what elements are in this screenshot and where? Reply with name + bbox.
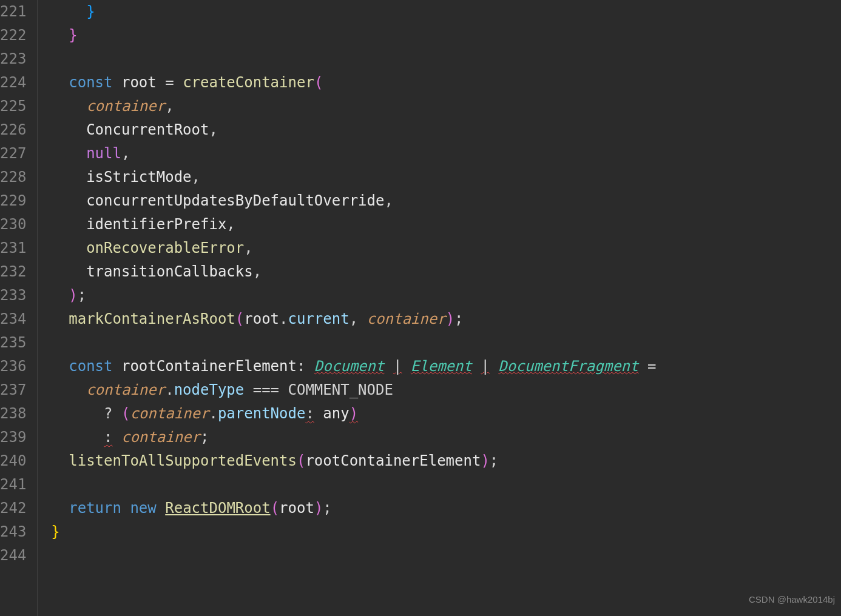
paren: ) — [69, 287, 77, 304]
variable: rootContainerElement — [121, 358, 297, 375]
pipe: | — [393, 358, 402, 375]
code-line[interactable] — [51, 47, 841, 71]
line-number: 221 — [0, 0, 26, 24]
comma: , — [253, 263, 262, 280]
watermark-text: CSDN @hawk2014bj — [749, 588, 835, 611]
code-line[interactable] — [51, 473, 841, 497]
code-line[interactable]: } — [51, 24, 841, 47]
code-line[interactable]: isStrictMode, — [51, 166, 841, 189]
keyword-return: return — [69, 500, 121, 517]
operator: = — [647, 358, 656, 375]
code-line[interactable]: } — [51, 520, 841, 544]
function-call: listenToAllSupportedEvents — [69, 452, 297, 469]
variable: root — [279, 500, 314, 517]
line-number: 222 — [0, 24, 26, 47]
line-number: 226 — [0, 118, 26, 142]
variable: ConcurrentRoot — [86, 121, 209, 138]
code-line[interactable]: null, — [51, 142, 841, 166]
code-line[interactable]: ? (container.parentNode: any) — [51, 402, 841, 426]
keyword-const: const — [69, 358, 112, 375]
parameter: container — [130, 405, 209, 422]
code-line[interactable]: const root = createContainer( — [51, 71, 841, 95]
property: parentNode — [218, 405, 306, 422]
space — [358, 310, 366, 327]
comma: , — [121, 145, 130, 162]
code-line[interactable]: listenToAllSupportedEvents(rootContainer… — [51, 449, 841, 473]
variable: rootContainerElement — [305, 452, 481, 469]
type-annotation: DocumentFragment — [498, 358, 638, 375]
line-number: 240 — [0, 449, 26, 473]
comma: , — [226, 216, 235, 233]
paren: ) — [350, 405, 358, 422]
code-line[interactable]: : container; — [51, 426, 841, 449]
line-number: 237 — [0, 378, 26, 402]
code-line[interactable]: } — [51, 0, 841, 24]
parameter: container — [367, 310, 446, 327]
paren: ) — [481, 452, 489, 469]
brace: } — [86, 3, 95, 20]
semicolon: ; — [490, 452, 498, 469]
parameter: container — [86, 98, 165, 115]
operator: === — [253, 381, 279, 398]
comma: , — [384, 192, 393, 209]
variable: identifierPrefix — [86, 216, 226, 233]
code-editor[interactable]: 221 222 223 224 225 226 227 228 229 230 … — [0, 0, 841, 616]
semicolon: ; — [78, 287, 86, 304]
function-call: markContainerAsRoot — [69, 310, 235, 327]
paren: ( — [314, 74, 323, 91]
line-number-gutter: 221 222 223 224 225 226 227 228 229 230 … — [0, 0, 37, 616]
line-number: 224 — [0, 71, 26, 95]
line-number: 238 — [0, 402, 26, 426]
line-number: 223 — [0, 47, 26, 71]
semicolon: ; — [454, 310, 463, 327]
ternary: : — [104, 429, 112, 446]
type-any: any — [323, 405, 349, 422]
class-name: ReactDOMRoot — [165, 500, 270, 517]
code-line[interactable] — [51, 544, 841, 567]
pipe: | — [481, 358, 489, 375]
line-number: 241 — [0, 473, 26, 497]
line-number: 243 — [0, 520, 26, 544]
code-line[interactable]: ); — [51, 284, 841, 307]
variable: root — [121, 74, 157, 91]
parameter: container — [86, 381, 165, 398]
semicolon: ; — [200, 429, 209, 446]
variable: isStrictMode — [86, 169, 191, 186]
code-line[interactable]: identifierPrefix, — [51, 213, 841, 236]
comma: , — [244, 239, 252, 256]
line-number: 229 — [0, 189, 26, 213]
code-line[interactable]: concurrentUpdatesByDefaultOverride, — [51, 189, 841, 213]
code-line[interactable]: markContainerAsRoot(root.current, contai… — [51, 307, 841, 331]
code-line[interactable] — [51, 331, 841, 355]
code-line[interactable]: ConcurrentRoot, — [51, 118, 841, 142]
operator: = — [165, 74, 174, 91]
paren: ) — [446, 310, 454, 327]
line-number: 228 — [0, 166, 26, 189]
null-literal: null — [86, 145, 121, 162]
comma: , — [350, 310, 358, 327]
code-line[interactable]: const rootContainerElement: Document | E… — [51, 355, 841, 378]
dot: . — [279, 310, 288, 327]
keyword-const: const — [69, 74, 112, 91]
dot: . — [209, 405, 217, 422]
brace: } — [69, 27, 77, 44]
code-area[interactable]: } } const root = createContainer( contai… — [37, 0, 841, 616]
variable: root — [244, 310, 279, 327]
line-number: 232 — [0, 260, 26, 284]
comma: , — [209, 121, 217, 138]
line-number: 233 — [0, 284, 26, 307]
paren: ( — [297, 452, 305, 469]
line-number: 236 — [0, 355, 26, 378]
brace: } — [51, 523, 59, 540]
code-line[interactable]: return new ReactDOMRoot(root); — [51, 497, 841, 520]
line-number: 230 — [0, 213, 26, 236]
code-line[interactable]: container.nodeType === COMMENT_NODE — [51, 378, 841, 402]
line-number: 242 — [0, 497, 26, 520]
paren: ( — [235, 310, 244, 327]
code-line[interactable]: onRecoverableError, — [51, 236, 841, 260]
line-number: 234 — [0, 307, 26, 331]
ternary: ? — [104, 405, 112, 422]
constant: COMMENT_NODE — [288, 381, 393, 398]
code-line[interactable]: container, — [51, 95, 841, 118]
code-line[interactable]: transitionCallbacks, — [51, 260, 841, 284]
